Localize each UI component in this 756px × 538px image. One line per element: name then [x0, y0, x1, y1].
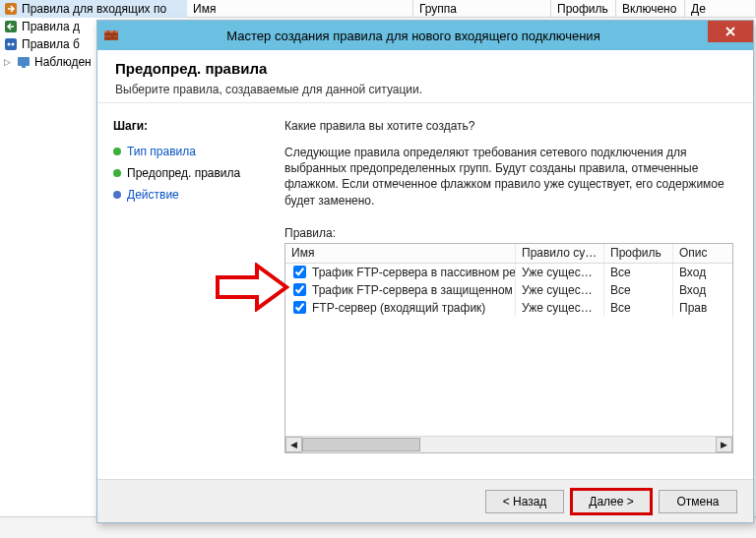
- col-header-profile[interactable]: Профиль: [604, 244, 673, 263]
- rule-checkbox[interactable]: [293, 266, 306, 278]
- rule-name: Трафик FTP-сервера в пассивном режим…: [312, 266, 516, 279]
- steps-title: Шаги:: [113, 119, 267, 133]
- back-button[interactable]: < Назад: [485, 490, 564, 513]
- rule-profile: Все: [604, 264, 673, 281]
- step-label: Предопред. правила: [127, 166, 240, 180]
- page-title: Предопред. правила: [115, 60, 735, 77]
- table-row[interactable]: Трафик FTP-сервера в защищенном режи…Уже…: [285, 281, 732, 299]
- step-action[interactable]: Действие: [113, 184, 267, 206]
- rules-listview[interactable]: Имя Правило сущ… Профиль Опис Трафик FTP…: [284, 243, 733, 453]
- col-header[interactable]: Профиль: [551, 0, 616, 17]
- firewall-icon: [103, 28, 119, 43]
- content-question: Какие правила вы хотите создать?: [284, 119, 733, 133]
- rule-exists: Уже существ…: [516, 281, 604, 299]
- svg-rect-5: [18, 57, 30, 66]
- scroll-right-icon[interactable]: ▶: [716, 437, 732, 452]
- col-header-name[interactable]: Имя: [285, 244, 516, 263]
- rule-desc: Вход: [673, 281, 719, 299]
- rule-name: FTP-сервер (входящий трафик): [312, 301, 485, 315]
- bullet-icon: [113, 169, 121, 177]
- next-button[interactable]: Далее >: [572, 490, 651, 513]
- titlebar[interactable]: Мастер создания правила для нового входя…: [97, 21, 753, 50]
- background-column-header: Имя Группа Профиль Включено Де: [187, 0, 756, 18]
- bullet-icon: [113, 191, 121, 199]
- wizard-content: Какие правила вы хотите создать? Следующ…: [275, 109, 753, 479]
- table-row[interactable]: Трафик FTP-сервера в пассивном режим…Уже…: [285, 264, 732, 281]
- rule-exists: Уже существ…: [516, 264, 604, 281]
- step-label[interactable]: Тип правила: [127, 145, 196, 158]
- tree-item-label: Правила б: [22, 37, 80, 51]
- expand-icon[interactable]: ▷: [4, 57, 13, 67]
- outbound-rules-icon: [4, 20, 18, 33]
- step-label[interactable]: Действие: [127, 188, 179, 202]
- rule-checkbox[interactable]: [293, 301, 306, 314]
- table-row[interactable]: FTP-сервер (входящий трафик)Уже существ……: [285, 299, 732, 317]
- rule-checkbox[interactable]: [293, 283, 306, 296]
- wizard-header: Предопред. правила Выберите правила, соз…: [97, 50, 753, 103]
- tree-item[interactable]: Правила для входящих по: [0, 0, 187, 18]
- step-predefined-rules: Предопред. правила: [113, 162, 267, 184]
- rule-name: Трафик FTP-сервера в защищенном режи…: [312, 283, 516, 297]
- listview-header: Имя Правило сущ… Профиль Опис: [285, 244, 732, 264]
- inbound-rules-icon: [4, 2, 18, 16]
- monitoring-icon: [17, 55, 31, 69]
- rule-profile: Все: [604, 299, 673, 317]
- rule-exists: Уже существ…: [516, 299, 604, 317]
- scrollbar-thumb[interactable]: [302, 438, 420, 451]
- content-description: Следующие правила определяют требования …: [284, 145, 733, 209]
- step-rule-type[interactable]: Тип правила: [113, 141, 267, 162]
- col-header[interactable]: Имя: [187, 0, 413, 17]
- tree-item-label: Правила д: [22, 20, 80, 33]
- page-subtitle: Выберите правила, создаваемые для данной…: [115, 83, 735, 96]
- bullet-icon: [113, 148, 121, 155]
- svg-point-3: [8, 43, 11, 46]
- col-header-desc[interactable]: Опис: [673, 244, 719, 263]
- horizontal-scrollbar[interactable]: ◀ ▶: [285, 436, 732, 452]
- tree-item-label: Наблюден: [34, 55, 92, 69]
- rule-desc: Прав: [673, 299, 719, 317]
- svg-rect-8: [104, 30, 118, 32]
- close-icon: [724, 26, 736, 37]
- rule-profile: Все: [604, 281, 673, 299]
- col-header-exists[interactable]: Правило сущ…: [516, 244, 604, 263]
- svg-point-4: [12, 43, 15, 46]
- wizard-steps: Шаги: Тип правила Предопред. правила Дей…: [97, 109, 275, 479]
- col-header[interactable]: Включено: [616, 0, 685, 17]
- svg-rect-6: [22, 66, 26, 68]
- rule-desc: Вход: [673, 264, 719, 281]
- col-header[interactable]: Группа: [413, 0, 551, 17]
- wizard-footer: < Назад Далее > Отмена: [97, 479, 753, 522]
- col-header[interactable]: Де: [685, 0, 756, 17]
- wizard-title: Мастер создания правила для нового входя…: [119, 29, 753, 43]
- connection-rules-icon: [4, 37, 18, 51]
- rules-label: Правила:: [284, 226, 733, 240]
- tree-item-label: Правила для входящих по: [22, 2, 166, 16]
- scrollbar-track[interactable]: [302, 437, 716, 452]
- scroll-left-icon[interactable]: ◀: [285, 437, 302, 452]
- svg-rect-2: [5, 38, 17, 50]
- cancel-button[interactable]: Отмена: [659, 490, 737, 513]
- wizard-dialog: Мастер создания правила для нового входя…: [96, 20, 754, 523]
- close-button[interactable]: [708, 21, 753, 42]
